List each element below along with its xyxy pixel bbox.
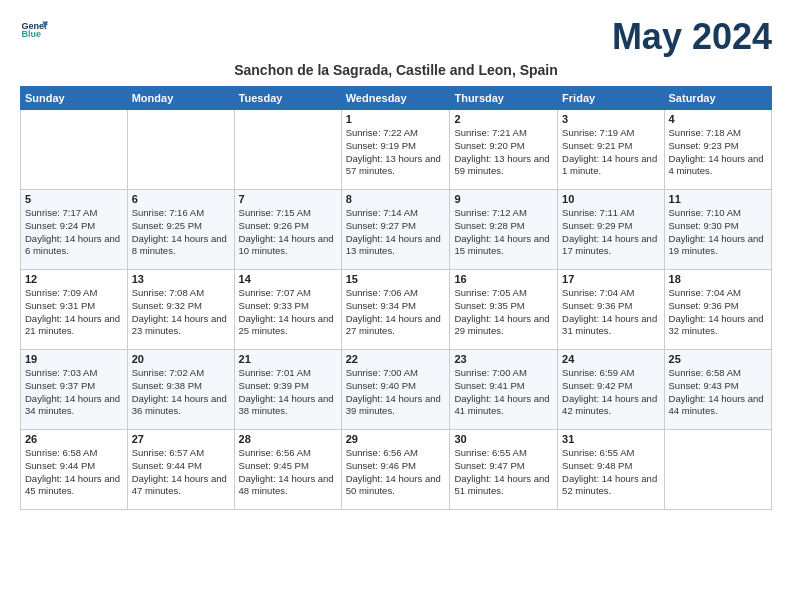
day-number: 10 [562, 193, 659, 205]
day-number: 20 [132, 353, 230, 365]
logo-icon: General Blue [20, 16, 48, 44]
day-of-week-header: Friday [558, 87, 664, 110]
day-of-week-header: Sunday [21, 87, 128, 110]
day-info: Sunrise: 7:19 AM Sunset: 9:21 PM Dayligh… [562, 127, 659, 178]
day-number: 8 [346, 193, 446, 205]
day-of-week-header: Wednesday [341, 87, 450, 110]
day-number: 30 [454, 433, 553, 445]
page-subtitle: Sanchon de la Sagrada, Castille and Leon… [20, 62, 772, 78]
day-info: Sunrise: 6:56 AM Sunset: 9:46 PM Dayligh… [346, 447, 446, 498]
day-info: Sunrise: 7:21 AM Sunset: 9:20 PM Dayligh… [454, 127, 553, 178]
day-info: Sunrise: 6:57 AM Sunset: 9:44 PM Dayligh… [132, 447, 230, 498]
calendar-cell: 25Sunrise: 6:58 AM Sunset: 9:43 PM Dayli… [664, 350, 771, 430]
day-number: 18 [669, 273, 767, 285]
calendar-cell: 4Sunrise: 7:18 AM Sunset: 9:23 PM Daylig… [664, 110, 771, 190]
calendar-cell: 5Sunrise: 7:17 AM Sunset: 9:24 PM Daylig… [21, 190, 128, 270]
day-number: 24 [562, 353, 659, 365]
calendar-cell: 14Sunrise: 7:07 AM Sunset: 9:33 PM Dayli… [234, 270, 341, 350]
calendar-cell: 10Sunrise: 7:11 AM Sunset: 9:29 PM Dayli… [558, 190, 664, 270]
day-info: Sunrise: 7:07 AM Sunset: 9:33 PM Dayligh… [239, 287, 337, 338]
day-info: Sunrise: 7:11 AM Sunset: 9:29 PM Dayligh… [562, 207, 659, 258]
calendar-cell: 11Sunrise: 7:10 AM Sunset: 9:30 PM Dayli… [664, 190, 771, 270]
calendar-cell: 24Sunrise: 6:59 AM Sunset: 9:42 PM Dayli… [558, 350, 664, 430]
calendar-cell: 21Sunrise: 7:01 AM Sunset: 9:39 PM Dayli… [234, 350, 341, 430]
day-info: Sunrise: 7:12 AM Sunset: 9:28 PM Dayligh… [454, 207, 553, 258]
day-number: 28 [239, 433, 337, 445]
day-number: 3 [562, 113, 659, 125]
calendar-cell [664, 430, 771, 510]
day-of-week-header: Monday [127, 87, 234, 110]
day-number: 16 [454, 273, 553, 285]
day-number: 2 [454, 113, 553, 125]
calendar-cell: 17Sunrise: 7:04 AM Sunset: 9:36 PM Dayli… [558, 270, 664, 350]
day-info: Sunrise: 7:18 AM Sunset: 9:23 PM Dayligh… [669, 127, 767, 178]
day-number: 31 [562, 433, 659, 445]
month-title: May 2024 [612, 16, 772, 58]
day-info: Sunrise: 7:16 AM Sunset: 9:25 PM Dayligh… [132, 207, 230, 258]
day-number: 12 [25, 273, 123, 285]
day-info: Sunrise: 6:58 AM Sunset: 9:43 PM Dayligh… [669, 367, 767, 418]
day-info: Sunrise: 6:55 AM Sunset: 9:48 PM Dayligh… [562, 447, 659, 498]
logo: General Blue [20, 16, 48, 44]
day-info: Sunrise: 6:56 AM Sunset: 9:45 PM Dayligh… [239, 447, 337, 498]
calendar-cell: 22Sunrise: 7:00 AM Sunset: 9:40 PM Dayli… [341, 350, 450, 430]
day-number: 27 [132, 433, 230, 445]
day-info: Sunrise: 7:09 AM Sunset: 9:31 PM Dayligh… [25, 287, 123, 338]
day-info: Sunrise: 6:58 AM Sunset: 9:44 PM Dayligh… [25, 447, 123, 498]
calendar-cell: 18Sunrise: 7:04 AM Sunset: 9:36 PM Dayli… [664, 270, 771, 350]
day-info: Sunrise: 7:00 AM Sunset: 9:40 PM Dayligh… [346, 367, 446, 418]
day-info: Sunrise: 7:15 AM Sunset: 9:26 PM Dayligh… [239, 207, 337, 258]
day-number: 29 [346, 433, 446, 445]
day-info: Sunrise: 6:55 AM Sunset: 9:47 PM Dayligh… [454, 447, 553, 498]
calendar-cell: 8Sunrise: 7:14 AM Sunset: 9:27 PM Daylig… [341, 190, 450, 270]
day-number: 7 [239, 193, 337, 205]
calendar-cell: 28Sunrise: 6:56 AM Sunset: 9:45 PM Dayli… [234, 430, 341, 510]
calendar-cell [234, 110, 341, 190]
day-number: 6 [132, 193, 230, 205]
day-of-week-header: Tuesday [234, 87, 341, 110]
day-info: Sunrise: 7:08 AM Sunset: 9:32 PM Dayligh… [132, 287, 230, 338]
day-number: 4 [669, 113, 767, 125]
day-info: Sunrise: 7:10 AM Sunset: 9:30 PM Dayligh… [669, 207, 767, 258]
calendar-cell: 16Sunrise: 7:05 AM Sunset: 9:35 PM Dayli… [450, 270, 558, 350]
day-number: 14 [239, 273, 337, 285]
day-info: Sunrise: 7:04 AM Sunset: 9:36 PM Dayligh… [562, 287, 659, 338]
calendar-cell: 7Sunrise: 7:15 AM Sunset: 9:26 PM Daylig… [234, 190, 341, 270]
calendar-cell: 2Sunrise: 7:21 AM Sunset: 9:20 PM Daylig… [450, 110, 558, 190]
calendar-table: SundayMondayTuesdayWednesdayThursdayFrid… [20, 86, 772, 510]
day-number: 23 [454, 353, 553, 365]
day-of-week-header: Thursday [450, 87, 558, 110]
calendar-cell: 12Sunrise: 7:09 AM Sunset: 9:31 PM Dayli… [21, 270, 128, 350]
day-number: 1 [346, 113, 446, 125]
day-info: Sunrise: 7:22 AM Sunset: 9:19 PM Dayligh… [346, 127, 446, 178]
calendar-cell: 27Sunrise: 6:57 AM Sunset: 9:44 PM Dayli… [127, 430, 234, 510]
day-of-week-header: Saturday [664, 87, 771, 110]
calendar-cell: 31Sunrise: 6:55 AM Sunset: 9:48 PM Dayli… [558, 430, 664, 510]
calendar-cell: 9Sunrise: 7:12 AM Sunset: 9:28 PM Daylig… [450, 190, 558, 270]
day-info: Sunrise: 7:03 AM Sunset: 9:37 PM Dayligh… [25, 367, 123, 418]
calendar-cell [21, 110, 128, 190]
day-info: Sunrise: 7:06 AM Sunset: 9:34 PM Dayligh… [346, 287, 446, 338]
day-info: Sunrise: 7:00 AM Sunset: 9:41 PM Dayligh… [454, 367, 553, 418]
day-number: 13 [132, 273, 230, 285]
calendar-cell: 20Sunrise: 7:02 AM Sunset: 9:38 PM Dayli… [127, 350, 234, 430]
day-number: 22 [346, 353, 446, 365]
calendar-cell: 26Sunrise: 6:58 AM Sunset: 9:44 PM Dayli… [21, 430, 128, 510]
calendar-cell: 1Sunrise: 7:22 AM Sunset: 9:19 PM Daylig… [341, 110, 450, 190]
day-number: 19 [25, 353, 123, 365]
day-number: 11 [669, 193, 767, 205]
calendar-cell: 19Sunrise: 7:03 AM Sunset: 9:37 PM Dayli… [21, 350, 128, 430]
calendar-cell [127, 110, 234, 190]
page-header: General Blue May 2024 [20, 16, 772, 58]
day-number: 26 [25, 433, 123, 445]
day-info: Sunrise: 6:59 AM Sunset: 9:42 PM Dayligh… [562, 367, 659, 418]
day-info: Sunrise: 7:02 AM Sunset: 9:38 PM Dayligh… [132, 367, 230, 418]
day-info: Sunrise: 7:14 AM Sunset: 9:27 PM Dayligh… [346, 207, 446, 258]
calendar-cell: 15Sunrise: 7:06 AM Sunset: 9:34 PM Dayli… [341, 270, 450, 350]
day-info: Sunrise: 7:01 AM Sunset: 9:39 PM Dayligh… [239, 367, 337, 418]
day-number: 5 [25, 193, 123, 205]
day-number: 25 [669, 353, 767, 365]
calendar-cell: 23Sunrise: 7:00 AM Sunset: 9:41 PM Dayli… [450, 350, 558, 430]
day-info: Sunrise: 7:17 AM Sunset: 9:24 PM Dayligh… [25, 207, 123, 258]
day-info: Sunrise: 7:05 AM Sunset: 9:35 PM Dayligh… [454, 287, 553, 338]
